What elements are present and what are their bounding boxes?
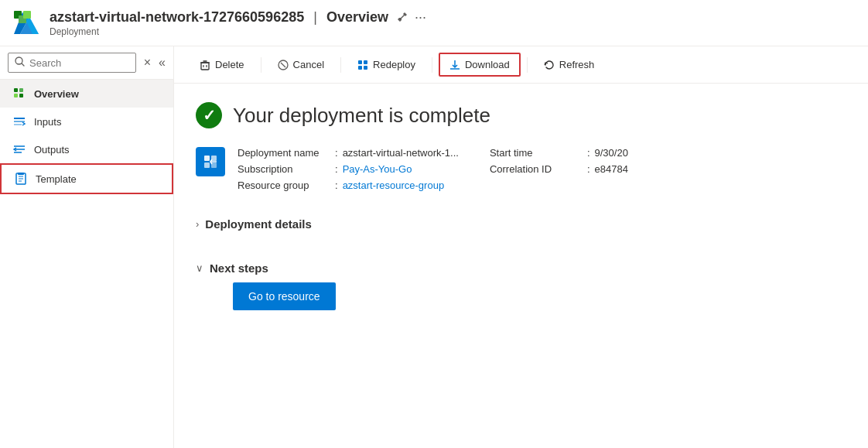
info-correlation-id: Correlation ID : e84784	[490, 163, 628, 175]
cancel-label: Cancel	[293, 59, 324, 70]
subscription-value[interactable]: Pay-As-You-Go	[343, 163, 412, 175]
info-deployment-name: Deployment name : azstart-virtual-networ…	[238, 147, 459, 159]
svg-rect-32	[358, 66, 362, 70]
cancel-button[interactable]: Cancel	[268, 53, 334, 76]
svg-line-29	[281, 63, 285, 67]
resource-group-value[interactable]: azstart-resource-group	[343, 180, 445, 191]
deployment-details-header[interactable]: › Deployment details	[196, 210, 846, 238]
correlation-id-label: Correlation ID	[490, 163, 583, 175]
start-time-value: 9/30/20	[595, 147, 628, 159]
toolbar: Delete Cancel Redeploy Download Refresh	[174, 46, 868, 84]
svg-rect-14	[14, 124, 22, 125]
svg-rect-33	[364, 66, 367, 70]
search-collapse-button[interactable]: «	[159, 56, 166, 70]
deployment-details-label: Deployment details	[205, 217, 312, 231]
svg-rect-22	[18, 173, 24, 175]
next-steps-header[interactable]: ∨ Next steps	[196, 254, 846, 282]
deployment-details-chevron: ›	[196, 218, 199, 230]
svg-rect-10	[14, 94, 18, 97]
inputs-icon	[12, 115, 26, 128]
delete-label: Delete	[215, 59, 244, 70]
sidebar-item-outputs[interactable]: Outputs	[0, 135, 173, 163]
resource-type-label: Deployment	[50, 26, 426, 37]
page-section-label: Overview	[326, 9, 388, 26]
toolbar-separator-4	[527, 57, 528, 73]
title-separator: |	[313, 9, 317, 26]
refresh-icon	[544, 60, 555, 70]
svg-rect-5	[23, 11, 31, 19]
deployment-name-value: azstart-virtual-network-1...	[343, 147, 459, 159]
more-options-button[interactable]: ···	[415, 9, 426, 26]
svg-line-7	[22, 63, 24, 66]
page-header: azstart-virtual-network-1727660596285 | …	[0, 0, 868, 46]
azure-logo	[12, 9, 40, 37]
status-check-icon: ✓	[196, 102, 222, 128]
next-steps-chevron: ∨	[196, 262, 203, 274]
toolbar-separator-3	[432, 57, 432, 73]
refresh-button[interactable]: Refresh	[534, 53, 605, 76]
delete-button[interactable]: Delete	[190, 53, 255, 76]
main-content: Delete Cancel Redeploy Download Refresh	[174, 46, 868, 448]
start-time-label: Start time	[490, 147, 583, 159]
svg-rect-9	[19, 88, 23, 92]
sidebar: × « Overview Inputs	[0, 46, 174, 448]
redeploy-icon	[357, 60, 368, 70]
correlation-id-value: e84784	[595, 163, 628, 175]
cancel-icon	[278, 60, 289, 70]
toolbar-separator-2	[340, 57, 341, 73]
template-icon	[14, 172, 28, 186]
sidebar-item-inputs[interactable]: Inputs	[0, 108, 173, 135]
resource-type-icon	[196, 147, 225, 176]
sidebar-item-template[interactable]: Template	[0, 163, 173, 194]
deployment-name-label: Deployment name	[238, 147, 330, 159]
refresh-label: Refresh	[559, 59, 595, 70]
toolbar-separator-1	[261, 57, 261, 73]
search-icon	[15, 56, 25, 69]
svg-rect-30	[358, 60, 362, 64]
info-subscription: Subscription : Pay-As-You-Go	[238, 163, 459, 175]
deployment-details-section: › Deployment details	[196, 210, 846, 238]
next-steps-label: Next steps	[210, 262, 268, 275]
main-layout: × « Overview Inputs	[0, 46, 868, 448]
deployment-meta: Deployment name : azstart-virtual-networ…	[238, 147, 459, 191]
delete-icon	[200, 60, 210, 70]
svg-rect-8	[14, 88, 18, 92]
deployment-status-row: ✓ Your deployment is complete	[196, 102, 846, 128]
deployment-meta-right: Start time : 9/30/20 Correlation ID : e8…	[490, 147, 628, 175]
header-title-area: azstart-virtual-network-1727660596285 | …	[50, 9, 426, 37]
svg-rect-11	[19, 94, 23, 97]
sidebar-item-inputs-label: Inputs	[34, 116, 61, 128]
subscription-label: Subscription	[238, 163, 330, 175]
resource-title: azstart-virtual-network-1727660596285	[50, 9, 304, 26]
download-label: Download	[465, 59, 510, 70]
deployment-info-row: Deployment name : azstart-virtual-networ…	[196, 147, 846, 191]
content-body: ✓ Your deployment is complete	[174, 84, 868, 448]
redeploy-button[interactable]: Redeploy	[347, 53, 425, 76]
svg-rect-12	[14, 118, 25, 119]
download-icon	[449, 60, 460, 70]
search-input-wrap[interactable]	[8, 53, 136, 73]
next-steps-section: ∨ Next steps Go to resource	[196, 254, 846, 310]
sidebar-search-bar: × «	[0, 46, 173, 80]
resource-group-label: Resource group	[238, 180, 330, 191]
download-button[interactable]: Download	[439, 53, 521, 77]
info-resource-group: Resource group : azstart-resource-group	[238, 180, 459, 191]
svg-rect-23	[201, 63, 209, 70]
sidebar-item-overview[interactable]: Overview	[0, 80, 173, 108]
sidebar-item-overview-label: Overview	[34, 88, 79, 100]
sidebar-item-template-label: Template	[36, 173, 77, 185]
svg-rect-31	[364, 60, 367, 64]
pin-button[interactable]	[395, 9, 408, 26]
go-to-resource-button[interactable]: Go to resource	[233, 282, 336, 310]
svg-rect-36	[204, 156, 210, 161]
svg-rect-38	[204, 162, 210, 168]
info-start-time: Start time : 9/30/20	[490, 147, 628, 159]
overview-icon	[12, 87, 26, 101]
outputs-icon	[12, 142, 26, 156]
sidebar-item-outputs-label: Outputs	[34, 144, 70, 156]
redeploy-label: Redeploy	[373, 59, 415, 70]
search-input[interactable]	[29, 57, 129, 69]
deployment-status-title: Your deployment is complete	[233, 104, 490, 128]
search-clear-button[interactable]: ×	[144, 56, 151, 70]
